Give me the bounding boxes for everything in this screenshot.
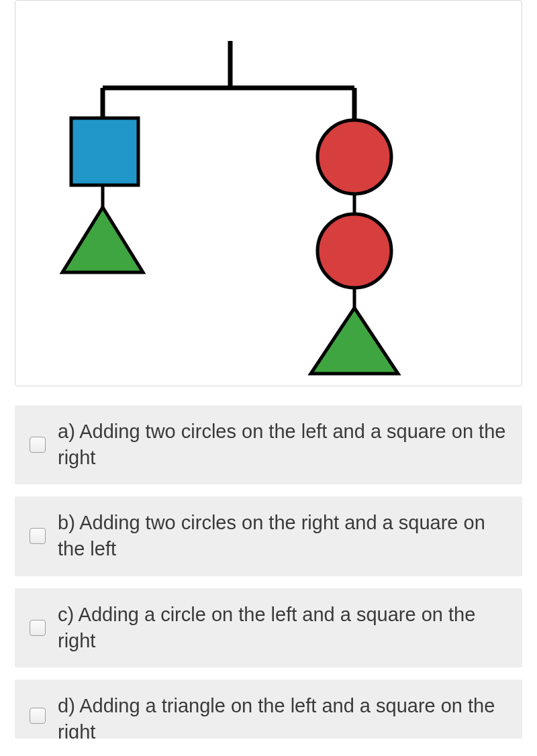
svg-marker-5: [62, 207, 143, 272]
checkbox-d[interactable]: [30, 708, 46, 724]
option-a-label: a) Adding two circles on the left and a …: [58, 419, 507, 471]
option-c[interactable]: c) Adding a circle on the left and a squ…: [15, 588, 522, 667]
option-b-label: b) Adding two circles on the right and a…: [58, 510, 507, 562]
option-d[interactable]: d) Adding a triangle on the left and a s…: [15, 680, 522, 739]
option-d-label: d) Adding a triangle on the left and a s…: [58, 693, 507, 739]
option-c-label: c) Adding a circle on the left and a squ…: [58, 602, 507, 654]
svg-rect-3: [71, 118, 138, 185]
checkbox-a[interactable]: [30, 437, 46, 453]
answer-options: a) Adding two circles on the left and a …: [15, 405, 522, 739]
svg-point-7: [318, 120, 391, 194]
checkbox-b[interactable]: [30, 528, 46, 544]
question-image-card: [15, 0, 522, 386]
option-b[interactable]: b) Adding two circles on the right and a…: [15, 496, 522, 576]
svg-point-9: [318, 214, 391, 288]
option-a[interactable]: a) Adding two circles on the left and a …: [15, 405, 522, 484]
checkbox-c[interactable]: [30, 620, 46, 636]
balance-diagram: [29, 14, 509, 387]
svg-marker-11: [311, 308, 398, 374]
